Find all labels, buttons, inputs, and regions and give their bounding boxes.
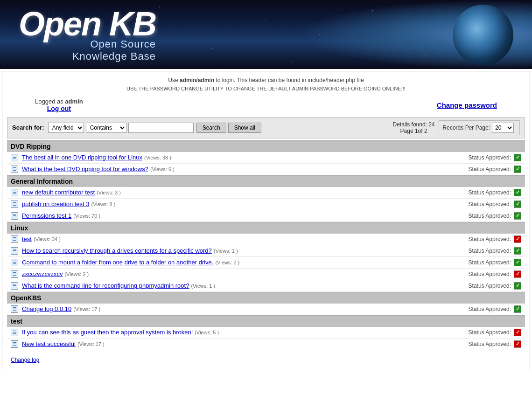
article-status: Status Approved:✓	[469, 200, 521, 208]
article-views: (Views: 2 )	[215, 260, 239, 265]
article-row: ☰New test successful (Views: 17 )Status …	[7, 339, 525, 350]
status-checkbox: ✓	[514, 247, 521, 255]
planet-decoration	[453, 5, 513, 65]
status-checkbox: ✓	[514, 235, 521, 243]
article-link[interactable]: How to search recursivly through a drive…	[22, 247, 212, 254]
logo-main: Open KB	[19, 7, 156, 41]
search-label: Search for:	[12, 124, 44, 131]
show-all-button[interactable]: Show all	[228, 123, 261, 133]
condition-select[interactable]: Contains Starts with Ends with	[86, 123, 126, 133]
article-link[interactable]: What is the best DVD ripping tool for wi…	[22, 166, 148, 173]
article-status: Status Approved:✓	[469, 340, 521, 348]
article-row: ☰publish on creation test 3 (Views: 8 )S…	[7, 199, 525, 210]
article-status: Status Approved:✓	[469, 259, 521, 266]
notice-line2: USE THE PASSWORD CHANGE UTILITY TO CHANG…	[7, 85, 525, 93]
status-checkbox: ✓	[514, 329, 521, 336]
article-icon: ☰	[11, 282, 18, 290]
check-mark-icon: ✓	[516, 341, 520, 347]
status-checkbox: ✓	[514, 200, 521, 208]
check-mark-icon: ✓	[516, 201, 520, 207]
header-banner: Open KB Open Source Knowledge Base	[0, 0, 532, 69]
check-mark-icon: ✓	[516, 189, 520, 195]
article-views: (Views: 8 )	[91, 201, 116, 207]
article-icon: ☰	[11, 247, 18, 255]
article-icon: ☰	[11, 329, 18, 336]
article-row: ☰zxcczwzcvzxcv (Views: 2 )Status Approve…	[7, 269, 525, 280]
article-icon: ☰	[11, 154, 18, 161]
status-text: Status Approved:	[469, 189, 511, 196]
article-link[interactable]: New test successful	[22, 340, 76, 347]
article-views: (Views: 2 )	[64, 271, 89, 277]
category-header: Linux	[7, 222, 525, 234]
article-views: (Views: 17 )	[73, 306, 100, 312]
status-checkbox: ✓	[514, 340, 521, 348]
article-views: (Views: 1 )	[214, 248, 238, 254]
article-row: ☰Change log 0.0.10 (Views: 17 )Status Ap…	[7, 304, 525, 315]
status-text: Status Approved:	[469, 283, 511, 289]
search-input[interactable]	[128, 123, 194, 133]
status-checkbox: ✓	[514, 270, 521, 278]
records-per-page-select[interactable]: 10 20 50 100	[492, 123, 514, 133]
article-link[interactable]: publish on creation test 3	[22, 200, 90, 207]
check-mark-icon: ✓	[516, 236, 520, 242]
article-status: Status Approved:✓	[469, 154, 521, 161]
main-content: Use admin/admin to login. This header ca…	[2, 71, 530, 370]
status-checkbox: ✓	[514, 189, 521, 196]
article-icon: ☰	[11, 189, 18, 196]
article-views: (Views: 38 )	[144, 155, 171, 160]
check-mark-icon: ✓	[516, 259, 520, 265]
article-views: (Views: 5 )	[195, 330, 219, 335]
article-icon: ☰	[11, 200, 18, 208]
article-link[interactable]: Permissions test 1	[22, 212, 71, 219]
logout-link[interactable]: Log out	[35, 105, 83, 112]
article-link[interactable]: Command to mount a folder from one drive…	[22, 259, 213, 266]
article-row: ☰test (Views: 34 )Status Approved:✓	[7, 234, 525, 245]
footer: Change log	[7, 355, 525, 365]
article-link[interactable]: What is the command line for reconfiguri…	[22, 282, 189, 289]
article-views: (Views: 17 )	[77, 341, 105, 347]
article-status: Status Approved:✓	[469, 247, 521, 255]
article-row: ☰What is the command line for reconfigur…	[7, 280, 525, 292]
check-mark-icon: ✓	[516, 154, 520, 160]
status-text: Status Approved:	[469, 271, 511, 277]
search-button[interactable]: Search	[196, 123, 226, 133]
change-password-link[interactable]: Change password	[437, 101, 497, 109]
article-row: ☰How to search recursivly through a driv…	[7, 245, 525, 257]
category-header: test	[7, 315, 525, 327]
article-link[interactable]: zxcczwzcvzxcv	[22, 270, 63, 277]
article-icon: ☰	[11, 259, 18, 266]
article-row: ☰Command to mount a folder from one driv…	[7, 257, 525, 269]
check-mark-icon: ✓	[516, 271, 520, 277]
article-status: Status Approved:✓	[469, 305, 521, 313]
change-log-link[interactable]: Change log	[11, 357, 39, 363]
article-icon: ☰	[11, 235, 18, 243]
article-views: (Views: 34 )	[34, 236, 61, 242]
article-icon: ☰	[11, 270, 18, 278]
search-bar: Search for: Any field Title Content Cont…	[7, 117, 525, 138]
article-status: Status Approved:✓	[469, 212, 521, 220]
check-mark-icon: ✓	[516, 329, 520, 335]
logged-in-info: Logged as admin Log out	[35, 98, 83, 112]
field-select[interactable]: Any field Title Content	[48, 123, 84, 133]
article-views: (Views: 6 )	[150, 166, 175, 172]
article-status: Status Approved:✓	[469, 235, 521, 243]
status-text: Status Approved:	[469, 236, 511, 242]
username: admin	[65, 98, 83, 105]
article-row: ☰Permissions test 1 (Views: 70 )Status A…	[7, 210, 525, 222]
article-link[interactable]: If you can see this as guest then the ap…	[22, 329, 193, 336]
status-text: Status Approved:	[469, 248, 511, 254]
auth-bar: Logged as admin Log out Change password	[7, 98, 525, 112]
article-link[interactable]: Change log 0.0.10	[22, 305, 71, 312]
article-link[interactable]: new default contributor test	[22, 189, 95, 196]
article-status: Status Approved:✓	[469, 329, 521, 336]
article-link[interactable]: test	[22, 235, 32, 242]
article-link[interactable]: The best all in one DVD ripping tool for…	[22, 154, 142, 161]
details-found: Details found: 24	[393, 121, 435, 128]
status-checkbox: ✓	[514, 282, 521, 290]
check-mark-icon: ✓	[516, 213, 520, 219]
check-mark-icon: ✓	[516, 306, 520, 312]
status-text: Status Approved:	[469, 329, 511, 336]
search-info: Details found: 24 Page 1of 2	[393, 121, 435, 134]
article-icon: ☰	[11, 305, 18, 313]
status-text: Status Approved:	[469, 259, 511, 266]
